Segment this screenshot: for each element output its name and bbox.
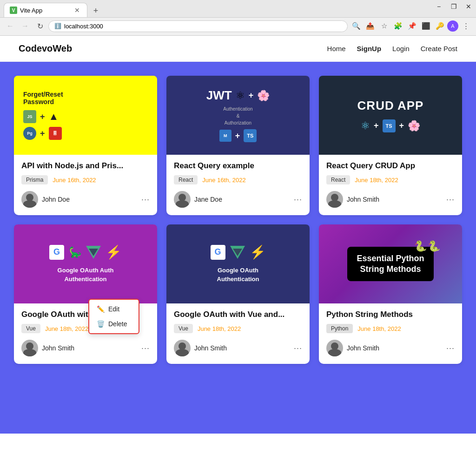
card-6-more-button[interactable]: ··· <box>446 343 455 353</box>
card-1: Forget/ResetPassword JS + ▲ Pg + 🗄 API w… <box>14 76 157 215</box>
vue-logo-1 <box>86 246 101 259</box>
card-5-footer: John Smith ··· <box>174 340 302 356</box>
card-1-avatar <box>21 191 38 208</box>
app-logo: CodevoWeb <box>19 43 72 54</box>
new-tab-button[interactable]: + <box>89 4 102 17</box>
card-3-date: June 18th, 2022 <box>355 177 398 184</box>
crud-icons-row: ⚛ + TS + 🌸 <box>361 119 420 132</box>
window-controls: − ❐ ✕ <box>431 0 476 17</box>
card-2-title: React Query example <box>174 161 302 171</box>
react-icon-jwt: ⚛ <box>236 90 245 102</box>
plus-crud-2: + <box>399 121 404 131</box>
card-6-image: Essential PythonString Methods 🐍 🐍 <box>319 224 462 303</box>
nav-home[interactable]: Home <box>327 45 346 53</box>
jwt-text: JWT <box>206 88 232 103</box>
card-1-body: API with Node.js and Pris... Prisma June… <box>14 155 157 215</box>
oauth1-icons: G 🦕 ⚡ <box>49 244 122 260</box>
nodejs-icon: JS <box>23 110 36 123</box>
card-1-meta: Prisma June 16th, 2022 <box>21 175 150 184</box>
card-5-author: John Smith <box>174 340 227 356</box>
card-6-date: June 18th, 2022 <box>357 325 401 332</box>
zoom-button[interactable]: 🔍 <box>350 20 363 33</box>
card-2-body: React Query example React June 16th, 202… <box>166 155 310 215</box>
bolt-1: ⚡ <box>106 244 122 260</box>
card-2-more-button[interactable]: ··· <box>294 195 302 204</box>
screen-button[interactable]: ⬛ <box>419 20 432 33</box>
card-6-body: Python String Methods Python June 18th, … <box>319 303 462 364</box>
card-1-more-button[interactable]: ··· <box>141 195 150 204</box>
app-main: Forget/ResetPassword JS + ▲ Pg + 🗄 API w… <box>0 62 476 434</box>
card-6-author: John Smith <box>326 340 379 356</box>
python-box-wrapper: Essential PythonString Methods 🐍 🐍 <box>347 247 433 282</box>
card-1-tag: Prisma <box>21 175 48 184</box>
card-2-author: Jane Doe <box>174 191 222 208</box>
python-title-text: Essential PythonString Methods <box>357 253 424 275</box>
nav-create-post[interactable]: Create Post <box>421 45 457 53</box>
share-button[interactable]: 📤 <box>364 20 377 33</box>
reload-button[interactable]: ↻ <box>33 20 46 33</box>
card-6-footer: John Smith ··· <box>326 340 455 356</box>
vue-logo-2 <box>230 246 245 259</box>
card-1-footer: John Doe ··· <box>21 191 150 208</box>
url-input[interactable]: localhost:3000 <box>64 23 342 30</box>
card-5-title: Google OAuth with Vue and... <box>174 310 302 319</box>
card-2-avatar <box>174 191 191 208</box>
python-icon-blue: 🐍 <box>414 240 427 252</box>
card-3-footer: John Smith ··· <box>326 191 455 208</box>
address-bar[interactable]: ℹ️ localhost:3000 <box>48 20 348 32</box>
nav-login[interactable]: Login <box>392 45 410 53</box>
card-4-image: G 🦕 ⚡ Google OAuth AuthAuthentication <box>14 224 157 303</box>
jwt-header-row: JWT ⚛ + 🌸 <box>206 88 270 103</box>
delete-option[interactable]: 🗑️ Delete <box>89 316 139 331</box>
card-4-author-name: John Smith <box>42 344 74 352</box>
nav-signup[interactable]: SignUp <box>357 45 382 53</box>
extensions-button[interactable]: 🧩 <box>391 20 404 33</box>
avatar-figure-3 <box>326 191 343 208</box>
card-6-tag: Python <box>326 324 353 333</box>
card-3-avatar <box>326 191 343 208</box>
card-5-more-button[interactable]: ··· <box>294 343 302 353</box>
card-6-title: Python String Methods <box>326 310 455 319</box>
card-3-title: React Query CRUD App <box>326 161 455 171</box>
active-tab[interactable]: V Vite App ✕ <box>4 3 87 17</box>
delete-icon: 🗑️ <box>97 320 105 328</box>
tab-favicon: V <box>10 7 17 14</box>
minimize-button[interactable]: − <box>431 0 446 13</box>
plus-crud-1: + <box>374 121 379 131</box>
card-2: JWT ⚛ + 🌸 Authentication&Authorization M… <box>166 76 310 215</box>
tab-title: Vite App <box>20 7 42 14</box>
card-6-avatar <box>326 340 343 356</box>
card-1-image: Forget/ResetPassword JS + ▲ Pg + 🗄 <box>14 76 157 155</box>
api-image-title: Forget/ResetPassword <box>23 91 63 105</box>
react-icon-crud: ⚛ <box>361 120 370 132</box>
card-4-author: John Smith <box>21 340 74 356</box>
profile-icon[interactable]: A <box>447 20 458 32</box>
app-nav: Home SignUp Login Create Post <box>327 45 457 53</box>
forward-button[interactable]: → <box>19 20 32 33</box>
bookmark-button[interactable]: ☆ <box>377 20 390 33</box>
card-4: G 🦕 ⚡ Google OAuth AuthAuthentication Go… <box>14 224 157 364</box>
maximize-button[interactable]: ❐ <box>446 0 461 13</box>
avatar-figure <box>21 191 38 208</box>
card-3-more-button[interactable]: ··· <box>446 195 455 204</box>
google-icon-1: G <box>49 245 64 260</box>
app-header: CodevoWeb Home SignUp Login Create Post <box>0 36 476 62</box>
password-button[interactable]: 🔑 <box>433 20 446 33</box>
flower-crud: 🌸 <box>408 120 420 132</box>
close-button[interactable]: ✕ <box>461 0 476 13</box>
card-5-date: June 18th, 2022 <box>198 325 241 332</box>
plus-jwt-2: + <box>235 131 240 141</box>
back-button[interactable]: ← <box>4 20 17 33</box>
edit-label: Edit <box>108 305 119 313</box>
tab-close-button[interactable]: ✕ <box>73 6 81 14</box>
browser-toolbar: ← → ↻ ℹ️ localhost:3000 🔍 📤 ☆ 🧩 📌 ⬛ 🔑 A … <box>0 18 476 35</box>
card-4-more-button[interactable]: ··· <box>141 343 150 353</box>
card-2-meta: React June 16th, 2022 <box>174 175 302 184</box>
edit-icon: ✏️ <box>97 305 105 313</box>
menu-button[interactable]: ⋮ <box>459 20 472 33</box>
avatar-figure-2 <box>174 191 191 208</box>
jwt-content: JWT ⚛ + 🌸 Authentication&Authorization M… <box>166 76 310 155</box>
cast-button[interactable]: 📌 <box>405 20 418 33</box>
edit-option[interactable]: ✏️ Edit <box>89 302 139 316</box>
crud-title: CRUD APP <box>357 99 424 113</box>
